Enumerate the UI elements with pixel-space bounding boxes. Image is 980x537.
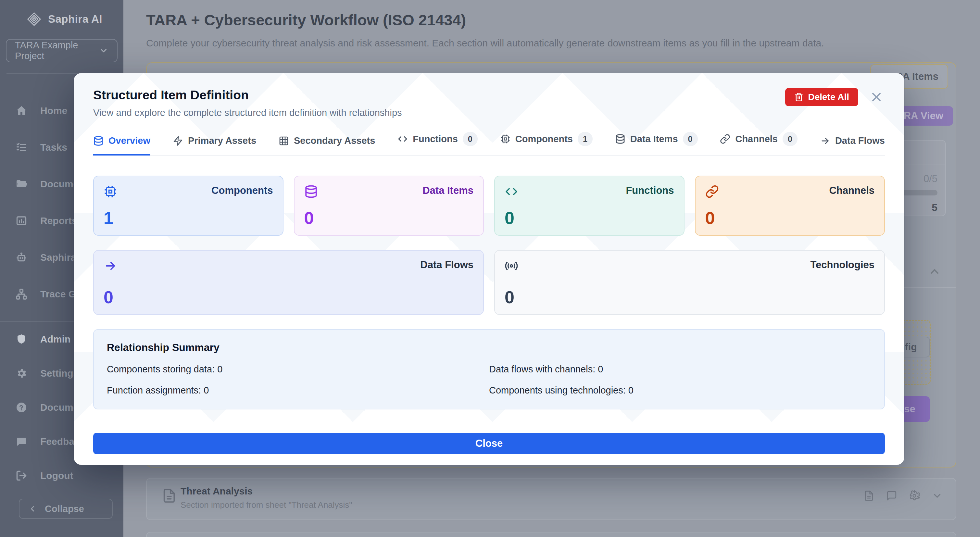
stats-row-2: Data Flows 0 Technologies 0: [93, 250, 885, 315]
tab-label: Channels: [735, 134, 778, 145]
modal-title: Structured Item Definition: [93, 88, 402, 102]
robot-icon: [16, 252, 27, 263]
stats-row-1: Components 1 Data Items 0 Functions 0: [93, 176, 885, 236]
tab-label: Data Flows: [835, 135, 885, 146]
tab-data-flows[interactable]: Data Flows: [820, 135, 885, 156]
stat-card-functions: Functions 0: [494, 176, 684, 236]
brand-name: Saphira AI: [48, 13, 102, 25]
stat-label: Components: [212, 185, 273, 196]
cpu-icon: [500, 134, 511, 144]
stat-card-data-flows: Data Flows 0: [93, 250, 484, 315]
page-title: TARA + Cybersecurity Workflow (ISO 21434…: [146, 11, 466, 29]
database-icon: [93, 136, 103, 146]
database-icon: [304, 185, 318, 199]
relationship-item: Function assignments: 0: [107, 385, 489, 396]
sidebar-item-label: Settings: [40, 368, 79, 379]
app-window: Saphira AI TARA Example Project Home Tas…: [0, 0, 980, 537]
stat-card-data-items: Data Items 0: [294, 176, 484, 236]
folder-icon: [16, 178, 27, 190]
relationship-item: Components storing data: 0: [107, 364, 489, 375]
threat-analysis-title: Threat Analysis: [181, 486, 253, 497]
stat-label: Channels: [829, 185, 875, 196]
stat-label: Data Flows: [420, 259, 473, 271]
modal-header: Structured Item Definition View and expl…: [93, 88, 885, 118]
tab-label: Functions: [413, 134, 458, 145]
tab-data-items[interactable]: Data Items 0: [615, 132, 698, 156]
tab-label: Overview: [108, 135, 150, 146]
project-selector[interactable]: TARA Example Project: [6, 39, 118, 62]
arrow-right-icon: [103, 259, 117, 273]
gear-icon[interactable]: [909, 490, 920, 501]
close-button[interactable]: Close: [93, 433, 885, 454]
tab-channels[interactable]: Channels 0: [720, 132, 797, 156]
code-icon: [398, 134, 408, 144]
tab-label: Data Items: [630, 134, 678, 145]
modal-tabs: Overview Primary Assets Secondary Assets…: [93, 132, 885, 156]
stat-value: 0: [705, 209, 875, 227]
chevron-up-icon[interactable]: [928, 265, 941, 278]
database-icon: [615, 134, 625, 144]
stat-card-components: Components 1: [93, 176, 283, 236]
file-text-icon[interactable]: [864, 490, 875, 501]
stat-label: Data Items: [422, 185, 473, 196]
tab-functions[interactable]: Functions 0: [398, 132, 478, 156]
relationship-summary: Relationship Summary Components storing …: [93, 329, 885, 410]
logout-icon: [16, 470, 27, 481]
sidebar-item-label: Home: [40, 105, 67, 116]
tab-overview[interactable]: Overview: [93, 135, 150, 156]
stat-value: 0: [304, 209, 474, 227]
modal-subtitle: View and explore the complete structured…: [93, 108, 402, 118]
stat-label: Functions: [626, 185, 674, 196]
tab-primary-assets[interactable]: Primary Assets: [173, 135, 256, 156]
sidebar-item-label: Admin: [40, 334, 70, 345]
sidebar-item-label: Tasks: [40, 142, 67, 153]
tab-badge: 0: [783, 132, 797, 146]
stat-card-technologies: Technologies 0: [494, 250, 885, 315]
next-section-card: [146, 532, 956, 537]
relationship-item: Components using technologies: 0: [489, 385, 871, 396]
link-icon: [705, 185, 719, 199]
stat-label: Technologies: [810, 259, 875, 271]
tab-secondary-assets[interactable]: Secondary Assets: [278, 135, 375, 156]
tasks-icon: [16, 141, 27, 153]
sidebar-item-label: Logout: [40, 470, 73, 481]
tab-badge: 1: [578, 132, 593, 146]
sidebar-item-label: Reports: [40, 215, 77, 226]
stat-value: 0: [103, 288, 473, 306]
relationship-item: Data flows with channels: 0: [489, 364, 871, 375]
chevron-left-icon: [28, 504, 37, 513]
tab-label: Primary Assets: [188, 135, 256, 146]
feedback-icon: [16, 436, 27, 447]
chevron-down-icon[interactable]: [932, 490, 943, 501]
page-subtitle: Complete your cybersecurity threat analy…: [146, 38, 824, 49]
cpu-icon: [103, 185, 117, 199]
help-icon: [16, 402, 27, 413]
zap-icon: [173, 136, 183, 146]
gear-icon: [16, 367, 27, 379]
delete-all-label: Delete All: [808, 92, 849, 102]
delete-all-button[interactable]: Delete All: [785, 88, 858, 106]
tab-components[interactable]: Components 1: [500, 132, 593, 156]
grid-icon: [278, 136, 289, 146]
tab-label: Components: [515, 134, 573, 145]
brand: Saphira AI: [0, 0, 123, 27]
network-icon: [16, 288, 27, 300]
home-icon: [16, 105, 27, 116]
arrow-right-icon: [820, 136, 830, 146]
tab-label: Secondary Assets: [294, 135, 375, 146]
comment-icon[interactable]: [886, 490, 897, 501]
trash-icon: [794, 92, 803, 102]
stat-value: 0: [504, 209, 674, 227]
collapse-button[interactable]: Collapse: [19, 499, 113, 519]
tab-badge: 0: [463, 132, 478, 146]
threat-analysis-section: Threat Analysis Section imported from sh…: [146, 478, 956, 520]
project-selector-value: TARA Example Project: [15, 40, 99, 61]
threat-analysis-subtitle: Section imported from sheet "Threat Anal…: [181, 500, 352, 510]
close-icon[interactable]: [868, 89, 885, 105]
chevron-down-icon: [99, 46, 108, 56]
code-icon: [504, 185, 518, 199]
saphira-logo-icon: [27, 12, 41, 27]
threat-section-actions: [864, 490, 943, 501]
collapse-label: Collapse: [45, 504, 84, 514]
stat-value: 1: [103, 209, 273, 227]
